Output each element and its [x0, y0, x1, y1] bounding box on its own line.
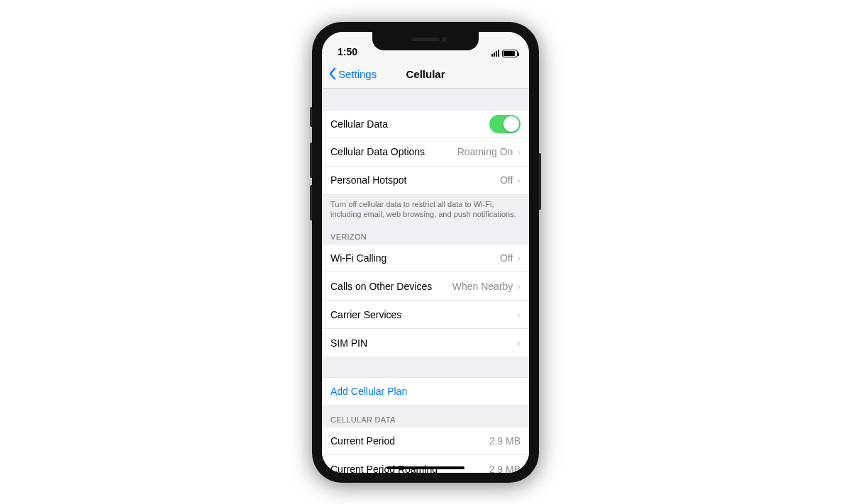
mute-switch	[310, 107, 312, 127]
row-cellular-data[interactable]: Cellular Data	[322, 110, 529, 138]
chevron-right-icon: ›	[517, 309, 521, 320]
row-label: Wi-Fi Calling	[330, 252, 500, 264]
row-label: Current Period	[330, 435, 489, 447]
chevron-right-icon: ›	[517, 252, 521, 264]
cellular-signal-icon	[491, 50, 499, 57]
row-label: Calls on Other Devices	[330, 281, 452, 292]
volume-up-button	[310, 142, 312, 178]
row-wifi-calling[interactable]: Wi-Fi Calling Off ›	[322, 244, 529, 272]
group-footer: Turn off cellular data to restrict all d…	[322, 195, 529, 223]
row-label: SIM PIN	[330, 337, 513, 349]
back-button[interactable]: Settings	[328, 67, 377, 80]
row-add-cellular-plan[interactable]: Add Cellular Plan	[322, 377, 529, 405]
row-label: Cellular Data Options	[330, 146, 457, 157]
volume-down-button	[310, 185, 312, 220]
content[interactable]: Cellular Data Cellular Data Options Roam…	[322, 89, 529, 473]
row-label: Personal Hotspot	[330, 174, 500, 186]
chevron-right-icon: ›	[517, 281, 521, 292]
carrier-header: VERIZON	[322, 223, 529, 244]
row-value: Roaming On	[457, 146, 513, 157]
usage-header: CELLULAR DATA	[322, 405, 529, 427]
chevron-right-icon: ›	[517, 174, 521, 186]
row-personal-hotspot[interactable]: Personal Hotspot Off ›	[322, 167, 529, 195]
row-value: When Nearby	[452, 281, 513, 292]
row-value: 2.9 MB	[489, 464, 521, 473]
status-time: 1:50	[338, 46, 380, 57]
chevron-right-icon: ›	[517, 146, 521, 157]
row-carrier-services[interactable]: Carrier Services ›	[322, 301, 529, 329]
row-current-period-roaming: Current Period Roaming 2.9 MB	[322, 455, 529, 472]
row-sim-pin[interactable]: SIM PIN ›	[322, 329, 529, 357]
screen: 1:50 Settings Cellular Cellular Data	[322, 32, 529, 473]
row-cellular-data-options[interactable]: Cellular Data Options Roaming On ›	[322, 138, 529, 167]
row-current-period: Current Period 2.9 MB	[322, 427, 529, 455]
row-label: Carrier Services	[330, 309, 513, 320]
row-value: 2.9 MB	[489, 435, 521, 447]
phone-frame: 1:50 Settings Cellular Cellular Data	[312, 22, 539, 483]
battery-icon	[502, 50, 518, 57]
back-label: Settings	[338, 68, 377, 80]
row-label: Add Cellular Plan	[330, 386, 521, 397]
row-value: Off	[500, 252, 513, 264]
chevron-left-icon	[328, 67, 337, 80]
row-value: Off	[500, 174, 513, 186]
power-button	[539, 153, 541, 210]
row-calls-other-devices[interactable]: Calls on Other Devices When Nearby ›	[322, 272, 529, 301]
nav-bar: Settings Cellular	[322, 60, 529, 89]
home-indicator[interactable]	[386, 466, 465, 469]
chevron-right-icon: ›	[517, 337, 521, 349]
notch	[372, 32, 479, 50]
row-label: Cellular Data	[330, 118, 489, 130]
cellular-data-toggle[interactable]	[489, 115, 521, 133]
